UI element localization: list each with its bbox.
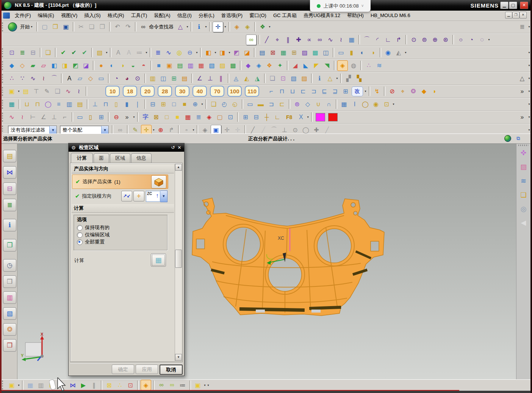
mold-size-button-100[interactable]: 100 bbox=[227, 86, 242, 97]
menu-gc-toolbox[interactable]: GC 工具箱 bbox=[270, 12, 300, 19]
clock-icon[interactable]: ◴ bbox=[219, 99, 229, 109]
dim-check-icon[interactable]: ⊠ bbox=[151, 112, 161, 122]
blend-surface-icon[interactable]: ◮ bbox=[252, 74, 262, 83]
wrap-icon[interactable]: ▤ bbox=[180, 74, 189, 83]
subtract-icon[interactable]: ◑ bbox=[117, 61, 127, 71]
perpendicular-icon[interactable]: ⊥ bbox=[205, 74, 215, 83]
paste-icon[interactable]: ❒ bbox=[97, 22, 107, 32]
body-analysis-icon[interactable]: ▯ bbox=[86, 112, 95, 122]
project-curve-icon[interactable]: ⊙ bbox=[133, 74, 142, 83]
command-finder-icon[interactable]: ∞ bbox=[138, 22, 148, 32]
bounded-plane-icon[interactable]: ⊡ bbox=[278, 74, 288, 83]
note-icon[interactable]: ❑ bbox=[43, 48, 53, 58]
assembly-navigator-tab[interactable]: ▤ bbox=[3, 150, 16, 162]
mirror-feature-icon[interactable]: ▧ bbox=[207, 61, 217, 71]
doc-close-button[interactable]: ✕ bbox=[519, 12, 527, 19]
moldbase-d-icon[interactable]: ⊏ bbox=[298, 86, 308, 96]
mold-size-button-110[interactable]: 110 bbox=[245, 86, 259, 97]
deviation-icon[interactable]: ⊖ bbox=[111, 112, 121, 122]
line-icon[interactable]: ╱ bbox=[262, 35, 272, 45]
wave-link-icon[interactable]: ≋ bbox=[374, 61, 384, 71]
screen-split-icon[interactable]: ⧉ bbox=[514, 135, 523, 142]
patterned-face-icon[interactable]: ▦ bbox=[347, 35, 357, 45]
block-icon[interactable]: ◆ bbox=[7, 61, 17, 71]
menu-yanxiu-ug-mold[interactable]: 燕秀UG模具9.12 bbox=[300, 12, 344, 19]
check-feature-icon[interactable]: ✔ bbox=[80, 48, 89, 58]
intersect-icon[interactable]: ◒ bbox=[128, 61, 138, 71]
f8-view-button[interactable]: F8 bbox=[283, 113, 295, 122]
replace-face-icon[interactable]: ◩ bbox=[232, 48, 241, 58]
bracket-alt-icon[interactable]: ⊏ bbox=[277, 99, 287, 109]
insert-icon[interactable]: ▯ bbox=[111, 99, 121, 109]
dialog-title-bar[interactable]: ⚙ 检查区域 ↺ ✕ bbox=[69, 143, 184, 152]
class-timer-overlay[interactable]: 上课中 00:16:08 ˅ bbox=[310, 0, 371, 12]
point-dialog-icon[interactable]: ◈ bbox=[232, 22, 242, 32]
color-grid-icon[interactable]: ▦ bbox=[183, 112, 193, 122]
boss-icon[interactable]: ◨ bbox=[60, 61, 70, 71]
assembly-info-icon[interactable]: ≔ bbox=[178, 380, 188, 390]
slide-icon[interactable]: ⊟ bbox=[148, 99, 158, 109]
ok-button[interactable]: 确定 bbox=[112, 365, 134, 374]
point-set-icon[interactable]: ∴ bbox=[364, 61, 374, 71]
angle-dim-icon[interactable]: ∠ bbox=[195, 74, 205, 83]
tab-面[interactable]: 面 bbox=[94, 153, 109, 163]
thicken-icon[interactable]: ▣ bbox=[164, 61, 174, 71]
section-curve-icon[interactable]: ◫ bbox=[158, 74, 168, 83]
dropdown-caret[interactable]: ▾ bbox=[487, 38, 491, 41]
orange-solid-icon[interactable]: ◆ bbox=[419, 86, 429, 96]
dropdown-caret[interactable]: ▾ bbox=[195, 51, 199, 54]
apply-button[interactable]: 应用 bbox=[136, 365, 158, 374]
spline-icon[interactable]: ∿ bbox=[325, 35, 335, 45]
moldbase-a-icon[interactable]: ⌐ bbox=[266, 86, 276, 96]
menu-file[interactable]: 文件(F) bbox=[11, 12, 34, 19]
text-curve-icon[interactable]: A bbox=[64, 74, 74, 83]
menu-assemblies[interactable]: 装配(A) bbox=[150, 12, 174, 19]
gate-icon[interactable]: □ bbox=[169, 99, 179, 109]
grid-face-icon[interactable]: ▦ bbox=[279, 48, 288, 58]
ellipse-icon[interactable]: ∞ bbox=[315, 35, 325, 45]
moldbase-e-icon[interactable]: ⊐ bbox=[309, 86, 319, 96]
bracket-icon[interactable]: ⊐ bbox=[266, 99, 276, 109]
emboss-icon[interactable]: ✦ bbox=[275, 61, 285, 71]
unite-icon[interactable]: ◐ bbox=[107, 61, 117, 71]
select-body-row[interactable]: ✔ 选择产品实体 (1) bbox=[72, 174, 168, 189]
point-dialog-button[interactable]: ✛ bbox=[133, 191, 144, 201]
selection-filter-select[interactable]: 没有选择过滤器▼ bbox=[8, 126, 57, 135]
bridge-curve-icon[interactable]: ◕ bbox=[122, 74, 132, 83]
expand-icon[interactable]: ⊞ bbox=[289, 48, 299, 58]
shaft-icon[interactable]: ∣ bbox=[133, 99, 142, 109]
tube-feature-icon[interactable]: ◤ bbox=[311, 61, 321, 71]
dialog-scrollbar[interactable]: ▲ ▼ bbox=[175, 164, 182, 361]
menu-help[interactable]: 帮助(H) bbox=[344, 12, 367, 19]
coil-icon[interactable]: ≣ bbox=[153, 48, 163, 58]
studio-spline-icon[interactable]: ≀ bbox=[336, 35, 346, 45]
mold-size-button-20[interactable]: 20 bbox=[140, 86, 155, 97]
circle-pattern-icon[interactable]: ⊛ bbox=[441, 35, 451, 45]
moldbase-c-icon[interactable]: ⊔ bbox=[288, 86, 297, 96]
dropdown-caret[interactable]: ▾ bbox=[30, 25, 33, 28]
cross-icon[interactable]: ✚ bbox=[294, 35, 304, 45]
loft-icon[interactable]: ◣ bbox=[301, 61, 311, 71]
selection-scope-select[interactable]: 整个装配▼ bbox=[60, 126, 109, 135]
calc-section-header[interactable]: 计算 ∧ bbox=[72, 204, 174, 213]
plane-dialog-icon[interactable]: ◈ bbox=[243, 22, 252, 32]
dropdown-caret[interactable]: ▾ bbox=[132, 115, 136, 119]
menu-tools[interactable]: 工具(T) bbox=[128, 12, 151, 19]
interpart-link-icon[interactable]: ∞ bbox=[156, 380, 166, 390]
select-arrow[interactable]: ▼ bbox=[49, 126, 56, 134]
target-ring-icon[interactable]: ⊚ bbox=[292, 99, 302, 109]
studio-curve-icon[interactable]: ∿ bbox=[28, 74, 38, 83]
patch-tool[interactable]: ▨ bbox=[518, 161, 529, 173]
menu-hb-mould[interactable]: HB_MOULD M6.6 bbox=[367, 12, 414, 19]
cylinder-icon[interactable]: ◇ bbox=[17, 61, 27, 71]
cavity-layout-icon[interactable]: ❑ bbox=[53, 86, 63, 96]
abc-cube-icon[interactable]: ▧ bbox=[95, 48, 105, 58]
more-triangle-icon[interactable]: △ bbox=[517, 74, 527, 83]
csys-axes-icon[interactable]: ∟ bbox=[272, 112, 282, 122]
toolbar-grip[interactable] bbox=[2, 87, 5, 96]
dropdown-caret[interactable]: ▾ bbox=[268, 25, 271, 28]
filled-circle-icon[interactable]: ◉ bbox=[371, 99, 381, 109]
tube-tool[interactable]: ◎ bbox=[518, 203, 529, 215]
shrinkage-icon[interactable]: ⊤ bbox=[31, 86, 41, 96]
pin-icon[interactable]: ▮ bbox=[122, 99, 132, 109]
